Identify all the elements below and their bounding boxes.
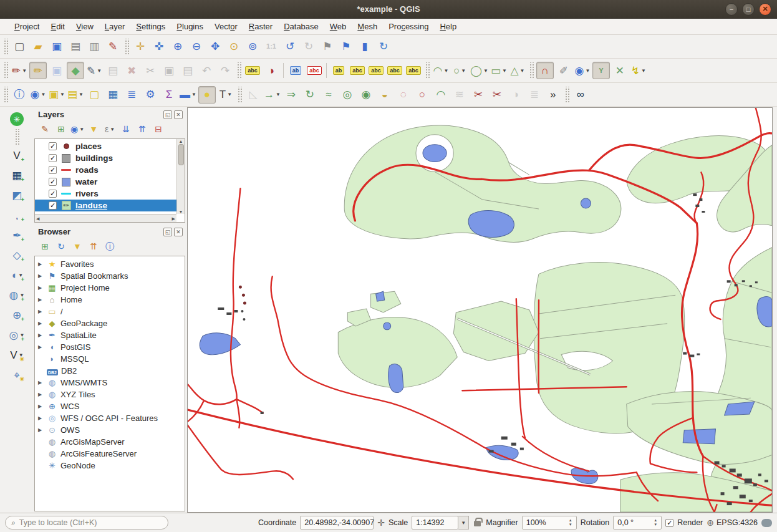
refresh-map-button[interactable]: ↻ [375, 38, 392, 56]
layers-horizontal-scrollbar[interactable]: ◀ ▶ [35, 214, 176, 222]
add-raster-layer-button[interactable]: ▦+ [8, 167, 26, 184]
current-edits-button[interactable]: ✏▼ [11, 62, 28, 79]
digitize-regular-polygon-dropdown-icon[interactable]: ▼ [520, 68, 525, 74]
browser-item-favorites[interactable]: ▶★Favorites [36, 258, 185, 270]
browser-close-button[interactable]: ✕ [174, 228, 183, 236]
filter-browser-button[interactable]: ▼ [70, 239, 85, 254]
select-features-by-value-button[interactable]: ▤▼ [67, 86, 84, 104]
expand-arrow-icon[interactable]: ▶ [36, 332, 44, 338]
enable-tracing-dropdown-icon[interactable]: ▼ [641, 68, 646, 74]
maximize-button[interactable]: □ [742, 3, 755, 16]
show-spatial-bookmarks-button[interactable]: ⚑ [337, 38, 355, 56]
style-manager-button[interactable]: ✎ [104, 38, 122, 56]
rotation-up-icon[interactable]: ▲ [654, 518, 657, 523]
close-button[interactable]: ✕ [759, 3, 771, 16]
magnifier-down-icon[interactable]: ▼ [569, 523, 572, 527]
pan-map-button[interactable]: ✛ [132, 38, 149, 56]
expand-arrow-icon[interactable]: ▶ [36, 285, 44, 291]
zoom-to-layer-button[interactable]: ⊚ [244, 38, 261, 56]
new-gpx-layer-button[interactable]: ⌖✳ [8, 366, 26, 384]
browser-item-spatialite[interactable]: ▶✒SpatiaLite [36, 329, 185, 341]
layer-item-roads[interactable]: ✓roads [35, 164, 176, 176]
messages-icon[interactable] [761, 519, 772, 527]
move-label-button[interactable]: abc [367, 62, 385, 79]
toolbar-handle[interactable] [425, 62, 430, 79]
digitize-circle-dropdown-icon[interactable]: ▼ [461, 68, 466, 74]
digitize-regular-polygon-button[interactable]: △▼ [509, 62, 526, 79]
scale-dropdown-icon[interactable]: ▼ [458, 516, 469, 530]
expand-all-button[interactable]: ⇊ [118, 122, 133, 137]
expand-arrow-icon[interactable]: ▶ [36, 261, 44, 267]
browser-item-geonode[interactable]: ✳GeoNode [36, 460, 185, 472]
toolbar-handle[interactable] [237, 87, 242, 103]
metasearch-button[interactable]: ∞ [572, 86, 589, 104]
add-wcs-layer-button[interactable]: ⊕+ [8, 306, 26, 324]
expand-arrow-icon[interactable]: ▶ [36, 392, 44, 397]
menu-processing[interactable]: Processing [383, 20, 434, 33]
vertex-tool-button[interactable]: ✎▼ [85, 62, 103, 79]
browser-item-geopackage[interactable]: ▶◆GeoPackage [36, 317, 185, 329]
enable-tracing-button[interactable]: ↯▼ [630, 62, 647, 79]
digitize-circular-string-button[interactable]: ◠▼ [432, 62, 450, 79]
open-attribute-table-button[interactable]: ▦ [104, 86, 122, 104]
pin-unpin-labels-button[interactable]: ab [330, 62, 347, 79]
data-source-manager-button[interactable]: ✳ [8, 110, 26, 128]
split-parts-button[interactable]: ✂ [488, 86, 506, 104]
magnifier-up-icon[interactable]: ▲ [569, 518, 572, 523]
measure-line-dropdown-icon[interactable]: ▼ [191, 92, 196, 97]
add-mesh-layer-button[interactable]: ◩+ [8, 186, 26, 204]
menu-web[interactable]: Web [324, 20, 352, 33]
vertex-tool-dropdown-icon[interactable]: ▼ [97, 68, 102, 74]
layer-diagram-options-button[interactable]: ◑ [263, 62, 280, 79]
text-annotation-button[interactable]: T▼ [217, 86, 234, 104]
add-vector-layer-button[interactable]: V+ [8, 147, 26, 164]
fill-ring-button[interactable]: ◒ [376, 86, 393, 104]
menu-mesh[interactable]: Mesh [352, 20, 383, 33]
browser-item-arcgisfeatureserver[interactable]: ◍ArcGisFeatureServer [36, 448, 185, 460]
split-features-button[interactable]: ✂ [470, 86, 487, 104]
browser-item-project-home[interactable]: ▶▦Project Home [36, 282, 185, 294]
filter-by-expression-button[interactable]: ε▼ [102, 122, 117, 137]
new-spatial-bookmark-button[interactable]: ⚑ [319, 38, 336, 56]
collapse-all-browser-button[interactable]: ⇈ [86, 239, 101, 254]
add-group-button[interactable]: ⊞ [54, 122, 69, 137]
delete-part-button[interactable]: ○ [413, 86, 431, 104]
digitize-rectangle-dropdown-icon[interactable]: ▼ [502, 68, 507, 74]
layer-item-places[interactable]: ✓places [35, 140, 176, 152]
layer-labeling-options-button[interactable]: abc [244, 62, 261, 79]
scroll-right-icon[interactable]: ▶ [172, 216, 175, 221]
layer-checkbox-water[interactable]: ✓ [49, 178, 57, 186]
expand-arrow-icon[interactable]: ▶ [36, 380, 44, 385]
scale-combobox[interactable]: 1:14392 ▼ [412, 516, 469, 530]
layer-item-landuse[interactable]: ✓✏landuse [35, 200, 176, 211]
layers-float-button[interactable]: ◱ [163, 110, 172, 119]
toolbar-handle[interactable] [14, 129, 19, 145]
open-layer-styling-button[interactable]: ✎ [37, 122, 52, 137]
expand-arrow-icon[interactable]: ▶ [36, 321, 44, 326]
open-project-button[interactable]: ▰ [29, 38, 47, 56]
minimize-button[interactable]: − [725, 3, 738, 16]
move-feature-button[interactable]: →▼ [263, 86, 281, 104]
add-postgis-layer-button[interactable]: ◖+▼ [8, 266, 26, 284]
run-feature-action-button[interactable]: ◉▼ [29, 86, 47, 104]
digitize-rectangle-button[interactable]: ▭▼ [490, 62, 508, 79]
digitize-with-segment-button[interactable]: ✐ [555, 62, 572, 79]
locator-search-input[interactable]: ⌕ Type to locate (Ctrl+K) [5, 516, 168, 530]
properties-widget-button[interactable]: ⓘ [102, 239, 117, 254]
move-feature-dropdown-icon[interactable]: ▼ [276, 92, 281, 97]
map-tips-button[interactable]: ● [198, 86, 216, 104]
rotation-down-icon[interactable]: ▼ [654, 523, 657, 527]
zoom-to-selection-button[interactable]: ⊙ [225, 38, 243, 56]
toolbar-handle[interactable] [3, 62, 8, 79]
remove-layer-button[interactable]: ⊟ [151, 122, 166, 137]
new-shapefile-layer-button[interactable]: V✳▼ [8, 346, 26, 364]
menu-edit[interactable]: Edit [45, 20, 70, 33]
rotate-label-button[interactable]: abc [386, 62, 403, 79]
identify-features-button[interactable]: ⓘ [11, 86, 28, 104]
collapse-all-button[interactable]: ⇈ [135, 122, 150, 137]
manage-map-themes-dropdown-icon[interactable]: ▼ [79, 127, 84, 132]
add-spatialite-layer-button[interactable]: ✒+ [8, 226, 26, 244]
layer-item-water[interactable]: ✓water [35, 176, 176, 188]
new-print-layout-button[interactable]: ▤ [67, 38, 84, 56]
browser-item-db2[interactable]: DB2DB2 [36, 365, 185, 377]
